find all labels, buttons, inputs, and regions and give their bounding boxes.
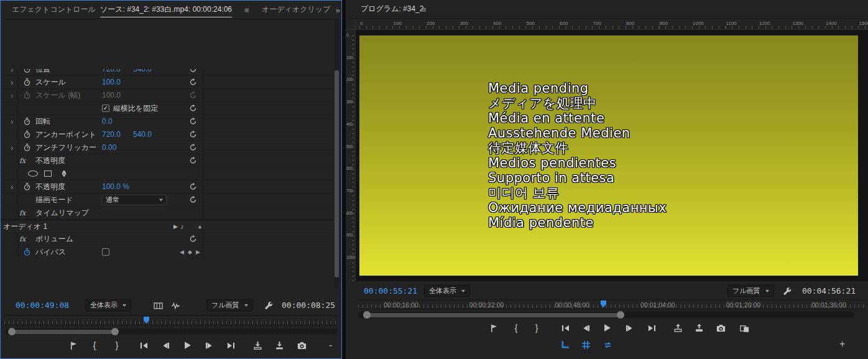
reset-icon[interactable] [189,144,197,152]
current-timecode[interactable]: 00:00:55:21 [364,286,417,296]
expand-icon[interactable]: › [11,182,13,192]
tab-overflow-icon[interactable]: » [336,6,338,15]
go-to-in-button[interactable] [558,321,572,335]
go-to-out-button[interactable] [224,338,238,352]
panel-menu-icon[interactable]: ≡ [422,5,427,14]
stopwatch-icon[interactable] [23,78,31,86]
blend-mode-select[interactable]: 通常 [102,195,167,205]
settings-wrench-icon[interactable] [262,299,275,312]
param-value-x[interactable]: 720.0 [102,130,121,139]
reset-icon[interactable] [189,196,197,204]
button-editor-toggle[interactable]: + [839,338,845,350]
rect-mask-icon[interactable] [44,170,52,177]
audio-preview-icon[interactable]: ▶ [173,223,178,230]
stopwatch-icon[interactable] [23,248,31,256]
zoom-level-select[interactable]: 全体表示 [424,285,470,297]
tab-audio-clip-mixer[interactable]: オーディオクリップ [262,1,330,19]
collapse-track-icon[interactable]: ▲ [197,223,203,230]
fx-badge[interactable]: fx [19,235,25,243]
scrollbar-thumb[interactable] [8,330,119,334]
add-keyframe-icon[interactable]: ◆ [188,249,192,255]
param-value-y[interactable]: 540.0 [133,130,152,139]
param-value-y[interactable]: 540.0 [133,69,152,73]
uniform-scale-checkbox[interactable]: ✓ [102,105,109,112]
reset-icon[interactable] [189,118,197,126]
scrollbar-thumb[interactable] [363,313,624,317]
button-editor-toggle[interactable]: - [329,340,332,351]
param-value[interactable]: 0.0 [102,117,113,126]
reset-icon[interactable] [189,157,197,165]
stopwatch-icon[interactable] [23,91,31,100]
source-mini-timeline-ruler[interactable] [4,315,338,325]
reset-icon[interactable] [189,78,197,86]
play-button[interactable] [600,321,614,335]
zoom-level-select[interactable]: 全体表示 [85,299,131,311]
mark-out-button[interactable]: } [110,338,124,352]
scrollbar-handle-left[interactable] [8,328,16,335]
mark-in-button[interactable]: { [509,321,523,335]
stopwatch-icon[interactable] [23,183,31,191]
stopwatch-icon[interactable] [23,131,31,139]
extract-button[interactable] [692,321,706,335]
show-guides-button[interactable] [579,338,593,352]
export-frame-button[interactable] [295,338,308,352]
play-button[interactable] [180,338,194,352]
param-value[interactable]: 0.00 [102,143,116,152]
reset-icon[interactable] [189,235,197,243]
comparison-view-button[interactable] [737,321,751,335]
mark-in-button[interactable]: { [88,338,101,352]
step-back-button[interactable] [159,338,172,352]
zoom-scrollbar[interactable] [358,312,854,318]
drag-video-only-icon[interactable] [152,299,164,312]
h-ruler[interactable]: 0100200300400500600700800900100011001200… [356,19,868,30]
tab-program[interactable]: プログラム: #34_2 [361,0,423,18]
reset-icon[interactable] [189,69,197,73]
add-marker-button[interactable] [487,321,501,335]
reset-icon[interactable] [189,91,197,100]
scrollbar-handle-left[interactable] [363,311,371,319]
effects-scrollbar[interactable] [335,20,339,287]
step-back-button[interactable] [579,321,593,335]
playback-quality-select[interactable]: フル画質 [206,299,253,311]
expand-icon[interactable]: › [11,69,13,74]
mark-out-button[interactable]: } [530,321,543,335]
reset-icon[interactable] [189,183,197,191]
param-value[interactable]: 100.0 % [102,182,129,191]
lift-button[interactable] [671,321,685,335]
scrollbar-handle-right[interactable] [111,328,119,335]
v-ruler[interactable]: 01002003004005006007008009001000 [346,30,356,281]
playback-quality-select[interactable]: フル画質 [727,285,774,297]
scrollbar-handle-right[interactable] [617,311,624,319]
prev-keyframe-icon[interactable]: ◀ [180,249,184,255]
fx-badge[interactable]: fx [19,209,25,217]
step-forward-button[interactable] [202,338,216,352]
next-keyframe-icon[interactable]: ▶ [196,249,200,255]
snap-in-program-button[interactable] [601,338,614,352]
settings-wrench-icon[interactable] [781,285,793,297]
go-to-out-button[interactable] [645,321,658,335]
current-timecode[interactable]: 00:00:49:08 [16,301,69,310]
scrollbar-thumb[interactable] [335,70,339,277]
program-timeline-ruler[interactable]: 00:00;16:0000:00;32:0000:00;48:0000:01;0… [358,299,866,309]
stopwatch-icon[interactable] [23,144,31,152]
expand-icon[interactable]: › [11,91,13,100]
reset-icon[interactable] [189,131,197,139]
zoom-scrollbar[interactable] [6,329,338,335]
param-value[interactable]: 100.0 [102,78,121,86]
fx-badge[interactable]: fx [19,157,25,165]
reset-icon[interactable] [189,105,197,113]
overwrite-button[interactable] [272,338,286,352]
drag-audio-only-icon[interactable] [169,299,182,312]
expand-icon[interactable]: › [11,78,13,87]
export-frame-button[interactable] [714,321,727,335]
pen-mask-icon[interactable] [60,170,68,178]
expand-icon[interactable]: › [11,117,13,126]
stopwatch-icon[interactable] [23,69,31,73]
tab-effect-controls[interactable]: エフェクトコントロール [12,1,96,19]
add-marker-button[interactable] [67,338,80,352]
panel-menu-icon[interactable]: ≡ [244,6,249,15]
expand-icon[interactable]: › [11,143,13,152]
stopwatch-icon[interactable] [23,118,31,126]
step-forward-button[interactable] [622,321,636,335]
bypass-checkbox[interactable] [102,248,109,256]
